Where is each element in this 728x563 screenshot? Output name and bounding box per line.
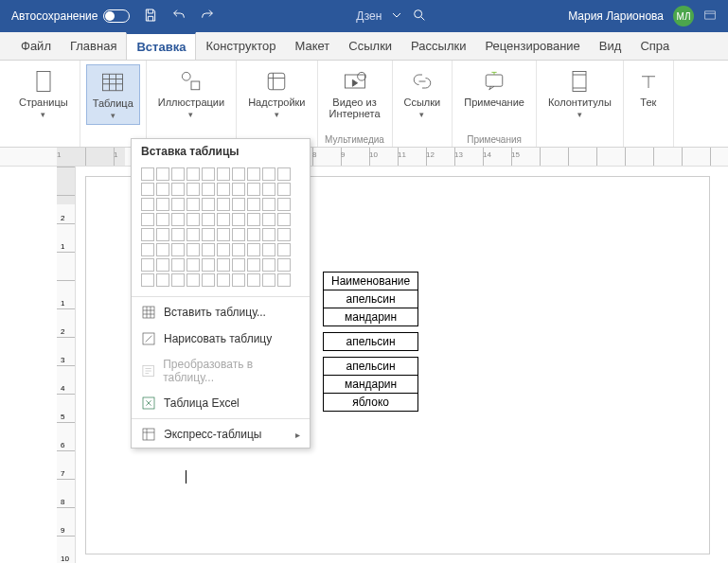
grid-cell[interactable] xyxy=(202,213,215,226)
grid-cell[interactable] xyxy=(247,243,260,256)
grid-cell[interactable] xyxy=(141,243,154,256)
grid-cell[interactable] xyxy=(202,228,215,241)
quick-tables-menu[interactable]: Экспресс-таблицы ▸ xyxy=(132,421,310,448)
grid-cell[interactable] xyxy=(141,167,154,181)
grid-cell[interactable] xyxy=(186,273,200,287)
grid-cell[interactable] xyxy=(156,228,169,241)
tab-help[interactable]: Спра xyxy=(630,32,679,60)
table-size-grid[interactable] xyxy=(132,164,310,294)
grid-cell[interactable] xyxy=(217,213,230,226)
grid-cell[interactable] xyxy=(171,198,185,211)
grid-cell[interactable] xyxy=(217,198,230,211)
grid-cell[interactable] xyxy=(202,258,215,272)
ribbon-display-icon[interactable] xyxy=(703,9,717,25)
grid-cell[interactable] xyxy=(247,213,260,226)
grid-cell[interactable] xyxy=(217,273,230,287)
grid-cell[interactable] xyxy=(217,167,230,181)
insert-table-menu[interactable]: Вставить таблицу... xyxy=(132,299,310,325)
tab-layout[interactable]: Макет xyxy=(286,32,340,60)
grid-cell[interactable] xyxy=(277,243,291,256)
pages-button[interactable]: Страницы▾ xyxy=(13,64,74,123)
dzen-label[interactable]: Дзен xyxy=(356,9,382,23)
tab-design[interactable]: Конструктор xyxy=(196,32,285,60)
grid-cell[interactable] xyxy=(262,198,275,211)
search-icon[interactable] xyxy=(412,8,427,26)
autosave-toggle[interactable]: Автосохранение xyxy=(11,9,130,23)
grid-cell[interactable] xyxy=(156,243,169,256)
grid-cell[interactable] xyxy=(171,183,185,196)
grid-cell[interactable] xyxy=(171,167,185,181)
grid-cell[interactable] xyxy=(232,183,245,196)
grid-cell[interactable] xyxy=(232,167,245,181)
online-video-button[interactable]: Видео из Интернета xyxy=(324,64,386,123)
grid-cell[interactable] xyxy=(277,228,291,241)
grid-cell[interactable] xyxy=(232,213,245,226)
document-table[interactable]: Наименование апельсин мандарин апельсин … xyxy=(323,272,418,412)
grid-cell[interactable] xyxy=(247,273,260,287)
grid-cell[interactable] xyxy=(202,198,215,211)
grid-cell[interactable] xyxy=(262,228,275,241)
tab-home[interactable]: Главная xyxy=(61,32,126,60)
grid-cell[interactable] xyxy=(171,213,185,226)
grid-cell[interactable] xyxy=(217,183,230,196)
grid-cell[interactable] xyxy=(171,273,185,287)
tab-view[interactable]: Вид xyxy=(590,32,631,60)
save-icon[interactable] xyxy=(143,8,158,26)
grid-cell[interactable] xyxy=(186,258,200,272)
grid-cell[interactable] xyxy=(232,273,245,287)
tab-file[interactable]: Файл xyxy=(11,32,61,60)
grid-cell[interactable] xyxy=(171,228,185,241)
grid-cell[interactable] xyxy=(141,213,154,226)
grid-cell[interactable] xyxy=(262,213,275,226)
grid-cell[interactable] xyxy=(277,213,291,226)
grid-cell[interactable] xyxy=(171,258,185,272)
grid-cell[interactable] xyxy=(202,183,215,196)
grid-cell[interactable] xyxy=(217,258,230,272)
header-footer-button[interactable]: Колонтитулы▾ xyxy=(542,64,617,123)
horizontal-ruler[interactable]: 1123456789101112131415 xyxy=(0,148,728,167)
grid-cell[interactable] xyxy=(156,183,169,196)
grid-cell[interactable] xyxy=(232,228,245,241)
grid-cell[interactable] xyxy=(186,228,200,241)
grid-cell[interactable] xyxy=(247,167,260,181)
grid-cell[interactable] xyxy=(247,183,260,196)
grid-cell[interactable] xyxy=(277,183,291,196)
grid-cell[interactable] xyxy=(262,183,275,196)
links-button[interactable]: Ссылки▾ xyxy=(399,64,447,123)
grid-cell[interactable] xyxy=(247,228,260,241)
undo-icon[interactable] xyxy=(171,8,186,26)
redo-icon[interactable] xyxy=(200,8,215,26)
tab-references[interactable]: Ссылки xyxy=(339,32,401,60)
text-button[interactable]: Тек xyxy=(630,64,667,112)
grid-cell[interactable] xyxy=(156,273,169,287)
grid-cell[interactable] xyxy=(247,198,260,211)
grid-cell[interactable] xyxy=(156,213,169,226)
avatar[interactable]: МЛ xyxy=(673,6,694,26)
grid-cell[interactable] xyxy=(141,198,154,211)
comment-button[interactable]: Примечание xyxy=(458,64,530,112)
grid-cell[interactable] xyxy=(217,228,230,241)
excel-table-menu[interactable]: Таблица Excel xyxy=(132,390,310,416)
grid-cell[interactable] xyxy=(186,183,200,196)
grid-cell[interactable] xyxy=(277,198,291,211)
grid-cell[interactable] xyxy=(186,198,200,211)
tab-insert[interactable]: Вставка xyxy=(126,32,196,60)
grid-cell[interactable] xyxy=(202,273,215,287)
grid-cell[interactable] xyxy=(232,198,245,211)
grid-cell[interactable] xyxy=(277,273,291,287)
grid-cell[interactable] xyxy=(277,167,291,181)
grid-cell[interactable] xyxy=(202,243,215,256)
addins-button[interactable]: Надстройки▾ xyxy=(242,64,311,123)
grid-cell[interactable] xyxy=(262,243,275,256)
grid-cell[interactable] xyxy=(232,258,245,272)
grid-cell[interactable] xyxy=(262,273,275,287)
grid-cell[interactable] xyxy=(232,243,245,256)
grid-cell[interactable] xyxy=(156,167,169,181)
tab-mailings[interactable]: Рассылки xyxy=(401,32,475,60)
vertical-ruler[interactable]: 21123456789101112 xyxy=(57,167,76,563)
user-name[interactable]: Мария Ларионова xyxy=(568,9,664,23)
grid-cell[interactable] xyxy=(156,198,169,211)
grid-cell[interactable] xyxy=(202,167,215,181)
grid-cell[interactable] xyxy=(186,213,200,226)
grid-cell[interactable] xyxy=(156,258,169,272)
